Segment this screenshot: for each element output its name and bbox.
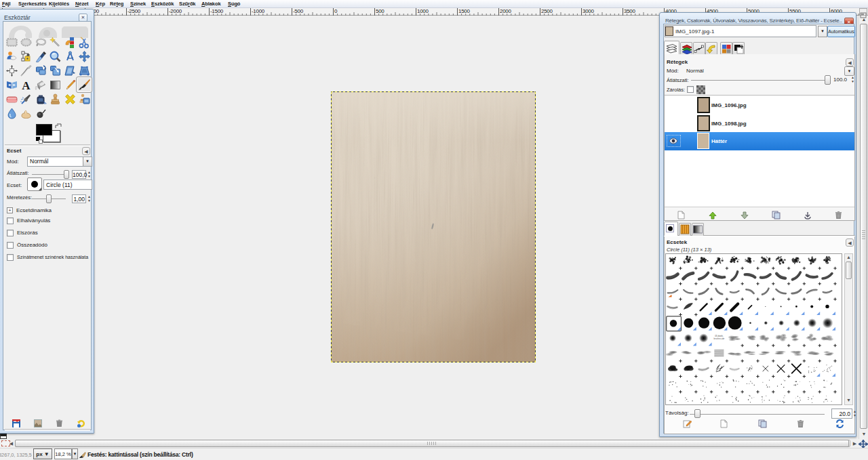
svg-text:1500: 1500 [458, 8, 470, 14]
svg-text:3000: 3000 [583, 8, 594, 14]
svg-text:2500: 2500 [541, 8, 553, 14]
svg-text:-2000: -2000 [169, 8, 182, 14]
svg-text:3500: 3500 [624, 8, 635, 14]
svg-text:500: 500 [376, 8, 384, 14]
svg-text:A: A [22, 79, 31, 92]
svg-text:2000: 2000 [500, 8, 511, 14]
svg-text:1000: 1000 [417, 8, 429, 14]
svg-text:brushes.abr: brushes.abr [713, 337, 724, 340]
svg-text:-2500: -2500 [127, 8, 141, 14]
svg-text:-500: -500 [293, 8, 304, 14]
svg-text:-1500: -1500 [210, 8, 224, 14]
svg-text:0: 0 [334, 8, 338, 14]
svg-text:-1000: -1000 [252, 8, 265, 14]
